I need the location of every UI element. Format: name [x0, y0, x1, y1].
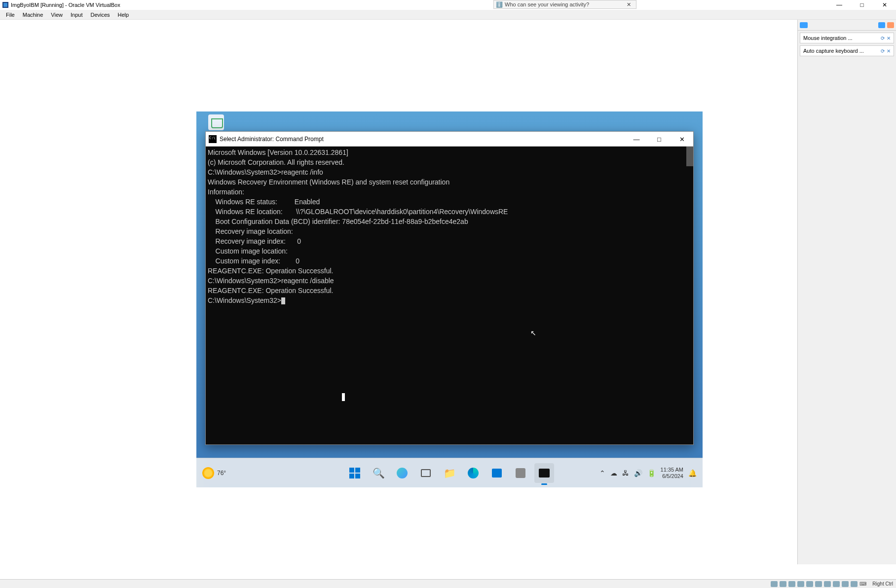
taskbar-copilot-button[interactable]	[392, 463, 412, 483]
menu-view[interactable]: View	[47, 11, 67, 19]
taskbar-weather-widget[interactable]: 76°	[202, 467, 226, 479]
status-cpu-icon[interactable]	[842, 581, 849, 587]
store-icon	[492, 469, 502, 478]
taskbar-command-prompt-button[interactable]	[534, 463, 554, 483]
copilot-icon	[397, 468, 408, 478]
notifications-close-icon[interactable]	[887, 22, 894, 28]
status-hostkey-label: Right Ctrl	[872, 581, 893, 587]
virtualbox-menubar: File Machine View Input Devices Help	[0, 10, 896, 20]
tray-overflow-button[interactable]: ⌃	[599, 469, 605, 477]
status-mouse-icon[interactable]	[851, 581, 858, 587]
taskbar-store-button[interactable]	[487, 463, 507, 483]
folder-icon: 📁	[444, 467, 456, 479]
menu-help[interactable]: Help	[114, 11, 133, 19]
viewing-activity-banner[interactable]: ℹ️ Who can see your viewing activity? ✕	[493, 0, 636, 9]
cmd-maximize-button[interactable]: □	[648, 132, 671, 147]
status-shared-folders-icon[interactable]	[815, 581, 822, 587]
menu-devices[interactable]: Devices	[86, 11, 113, 19]
taskbar-task-view-button[interactable]	[416, 463, 436, 483]
cmd-line: Windows RE location: \\?\GLOBALROOT\devi…	[208, 207, 691, 217]
guest-display-area: Select Administrator: Command Prompt — □…	[0, 20, 797, 564]
command-prompt-icon	[209, 135, 217, 143]
host-maximize-button[interactable]: □	[851, 0, 873, 10]
tray-battery-icon[interactable]: 🔋	[647, 469, 656, 477]
cmd-line: REAGENTC.EXE: Operation Successful.	[208, 266, 691, 276]
tray-network-icon[interactable]: 🖧	[622, 469, 629, 477]
notifications-header	[798, 20, 896, 31]
notification-dismiss-icon[interactable]: ✕	[887, 48, 891, 54]
taskbar-app-button[interactable]	[511, 463, 530, 483]
command-prompt-output[interactable]: Microsoft Windows [Version 10.0.22631.28…	[206, 147, 693, 444]
cmd-line: Information:	[208, 187, 691, 197]
status-network-icon[interactable]	[797, 581, 804, 587]
windows-logo-icon	[349, 468, 360, 478]
weather-sun-icon	[202, 467, 214, 479]
cmd-line: Windows Recovery Environment (Windows RE…	[208, 177, 691, 187]
virtualbox-title: ImgByoIBM [Running] - Oracle VM VirtualB…	[11, 2, 120, 8]
command-prompt-title: Select Administrator: Command Prompt	[220, 136, 324, 143]
text-selection-cursor	[342, 393, 345, 401]
info-icon: ℹ️	[496, 1, 503, 8]
host-close-button[interactable]: ✕	[873, 0, 896, 10]
cmd-line: Recovery image location:	[208, 226, 691, 236]
cmd-line: REAGENTC.EXE: Operation Successful.	[208, 286, 691, 295]
host-minimize-button[interactable]: —	[828, 0, 851, 10]
start-button[interactable]	[345, 463, 365, 483]
notifications-pin-icon[interactable]	[878, 22, 885, 28]
cmd-line: C:\Windows\System32>reagentc /info	[208, 167, 691, 177]
notification-label: Mouse integration ...	[803, 35, 853, 41]
cmd-line: C:\Windows\System32>	[208, 295, 691, 305]
menu-machine[interactable]: Machine	[19, 11, 47, 19]
status-hostkey-icon[interactable]: ⌨	[859, 581, 866, 587]
banner-text: Who can see your viewing activity?	[505, 1, 589, 7]
tray-volume-icon[interactable]: 🔊	[634, 469, 642, 477]
notification-expand-icon[interactable]: ⟳	[881, 36, 885, 41]
notification-dismiss-icon[interactable]: ✕	[887, 36, 891, 41]
taskbar-date: 6/5/2024	[661, 473, 683, 479]
status-display-icon[interactable]	[824, 581, 831, 587]
app-icon	[516, 468, 525, 478]
task-view-icon	[421, 469, 431, 477]
notification-auto-capture-keyboard[interactable]: Auto capture keyboard ... ⟳✕	[800, 45, 894, 56]
command-prompt-titlebar[interactable]: Select Administrator: Command Prompt — □…	[206, 132, 693, 147]
cmd-line: (c) Microsoft Corporation. All rights re…	[208, 157, 691, 167]
cmd-close-button[interactable]: ✕	[671, 132, 693, 147]
windows-taskbar[interactable]: 76° 🔍 📁 ⌃ ☁ 🖧 🔊 🔋 11:35 AM	[196, 458, 703, 487]
taskbar-file-explorer-button[interactable]: 📁	[440, 463, 459, 483]
menu-input[interactable]: Input	[67, 11, 86, 19]
virtualbox-notifications-panel: Mouse integration ... ⟳✕ Auto capture ke…	[797, 20, 896, 564]
command-prompt-window[interactable]: Select Administrator: Command Prompt — □…	[205, 131, 694, 445]
tray-onedrive-icon[interactable]: ☁	[610, 469, 617, 477]
weather-temperature: 76°	[217, 470, 226, 477]
terminal-icon	[539, 469, 550, 478]
mouse-cursor: ↖	[530, 328, 536, 338]
notification-mouse-integration[interactable]: Mouse integration ... ⟳✕	[800, 33, 894, 43]
taskbar-search-button[interactable]: 🔍	[369, 463, 388, 483]
cmd-scrollbar[interactable]	[686, 147, 693, 166]
edge-icon	[468, 468, 479, 478]
taskbar-clock[interactable]: 11:35 AM 6/5/2024	[661, 467, 683, 479]
taskbar-time: 11:35 AM	[661, 467, 683, 473]
status-audio-icon[interactable]	[788, 581, 795, 587]
status-usb-icon[interactable]	[806, 581, 813, 587]
cmd-line: Custom image location:	[208, 246, 691, 256]
virtualbox-icon	[2, 1, 9, 8]
taskbar-edge-button[interactable]	[463, 463, 483, 483]
virtualbox-titlebar: ImgByoIBM [Running] - Oracle VM VirtualB…	[0, 0, 896, 10]
menu-file[interactable]: File	[2, 11, 19, 19]
notifications-toggle-icon[interactable]	[800, 22, 808, 28]
status-recording-icon[interactable]	[833, 581, 840, 587]
notification-expand-icon[interactable]: ⟳	[881, 48, 885, 54]
svg-rect-1	[3, 3, 7, 7]
status-harddisk-icon[interactable]	[771, 581, 778, 587]
cmd-cursor	[281, 297, 285, 304]
cmd-minimize-button[interactable]: —	[625, 132, 648, 147]
cmd-line: Recovery image index: 0	[208, 236, 691, 246]
banner-close-button[interactable]: ✕	[624, 1, 634, 8]
cmd-line: Windows RE status: Enabled	[208, 197, 691, 207]
status-optical-icon[interactable]	[780, 581, 786, 587]
virtualbox-statusbar: ⌨ Right Ctrl	[0, 579, 896, 588]
tray-notifications-button[interactable]: 🔔	[688, 469, 697, 477]
search-icon: 🔍	[373, 467, 385, 479]
windows-desktop[interactable]: Select Administrator: Command Prompt — □…	[196, 111, 703, 487]
